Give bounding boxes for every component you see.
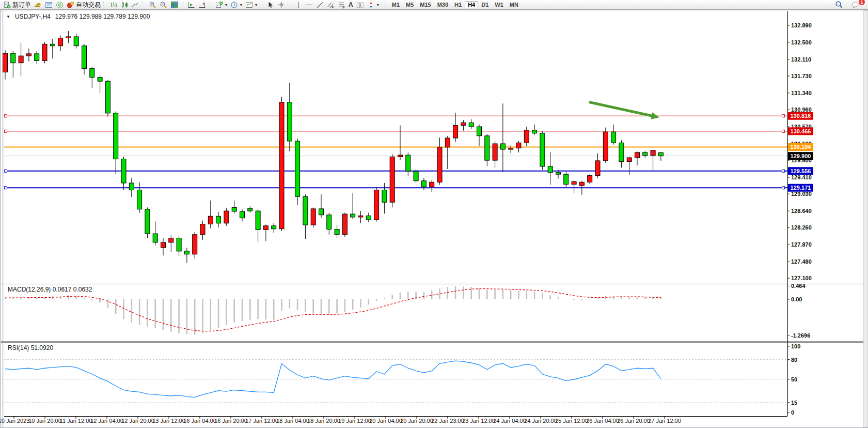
indicators-button[interactable]: ▾ bbox=[214, 1, 229, 9]
price-chart-canvas[interactable]: 132.890132.500132.110131.730131.340130.9… bbox=[0, 0, 868, 428]
candle bbox=[82, 46, 87, 69]
add-indicator-icon bbox=[215, 1, 223, 9]
timeframe-button-mn[interactable]: MN bbox=[507, 1, 522, 8]
candle bbox=[485, 136, 490, 160]
price-line-handle[interactable] bbox=[5, 115, 7, 117]
timeframe-button-h1[interactable]: H1 bbox=[451, 1, 465, 8]
time-tick-label: 12 Jan 04:00 bbox=[90, 418, 123, 424]
crosshair-tool-button[interactable] bbox=[276, 1, 287, 9]
chart-shift-button[interactable] bbox=[197, 1, 208, 9]
candle bbox=[279, 102, 284, 229]
svg-text:T: T bbox=[358, 3, 361, 8]
timeframe-button-d1[interactable]: D1 bbox=[478, 1, 492, 8]
price-line-handle[interactable] bbox=[782, 170, 785, 172]
rsi-tick-label: 15 bbox=[791, 400, 797, 406]
price-tick-label: 132.500 bbox=[791, 39, 812, 45]
candle bbox=[145, 209, 150, 234]
toolbar-grip[interactable] bbox=[181, 2, 184, 8]
toolbar-grip[interactable] bbox=[142, 2, 145, 8]
candle bbox=[643, 152, 648, 156]
time-tick-label: 26 Jan 04:00 bbox=[586, 418, 619, 424]
text-tool-button[interactable]: A bbox=[347, 1, 355, 9]
candlestick-icon bbox=[121, 1, 129, 9]
toolbar-grip[interactable] bbox=[288, 2, 291, 8]
candle bbox=[351, 214, 355, 217]
candle bbox=[58, 38, 63, 46]
chart-menu-arrow-icon[interactable]: ▼ bbox=[6, 14, 10, 19]
new-order-icon bbox=[3, 1, 11, 9]
timeframe-button-h4[interactable]: H4 bbox=[465, 1, 478, 8]
templates-button[interactable]: ▾ bbox=[244, 1, 259, 9]
candle bbox=[611, 132, 616, 143]
auto-trading-button[interactable]: 自动交易 bbox=[65, 1, 102, 9]
horizontal-line-tool-button[interactable] bbox=[304, 1, 314, 9]
time-tick-label: 24 Jan 04:00 bbox=[493, 418, 526, 424]
toolbar-grip[interactable] bbox=[209, 2, 212, 8]
bar-chart-icon bbox=[110, 1, 118, 9]
cursor-tool-button[interactable] bbox=[265, 1, 276, 9]
zoom-in-button[interactable] bbox=[147, 1, 158, 9]
candle bbox=[406, 155, 411, 171]
macd-tick-label: 0.464 bbox=[791, 283, 806, 289]
main-toolbar: 新订单 自动交易 bbox=[0, 0, 868, 10]
market-watch-button[interactable] bbox=[43, 1, 54, 9]
tile-windows-button[interactable] bbox=[169, 1, 180, 9]
candle bbox=[161, 242, 166, 248]
candle bbox=[445, 138, 450, 147]
price-line-handle[interactable] bbox=[782, 115, 785, 117]
candle bbox=[619, 143, 624, 161]
right-scrollbar[interactable] bbox=[864, 11, 868, 427]
new-order-button[interactable]: 新订单 bbox=[2, 1, 33, 9]
candle bbox=[50, 44, 55, 45]
search-button[interactable] bbox=[833, 1, 845, 9]
bar-chart-type-button[interactable] bbox=[108, 1, 119, 9]
trendline-icon bbox=[316, 1, 324, 9]
periods-button[interactable]: ▾ bbox=[229, 1, 244, 9]
toolbar-grip[interactable] bbox=[103, 2, 106, 8]
toolbar-grip[interactable] bbox=[260, 2, 263, 8]
candle bbox=[42, 44, 47, 60]
candlestick-chart-type-button[interactable] bbox=[119, 1, 130, 9]
price-line-handle[interactable] bbox=[782, 130, 785, 132]
template-icon bbox=[245, 1, 253, 9]
text-label-tool-button[interactable]: T bbox=[355, 1, 366, 9]
timeframe-button-m5[interactable]: M5 bbox=[403, 1, 417, 8]
fibonacci-tool-button[interactable]: F bbox=[336, 1, 347, 9]
line-chart-type-button[interactable] bbox=[130, 1, 141, 9]
time-tick-label: 18 Jan 20:00 bbox=[307, 418, 340, 424]
price-line-handle[interactable] bbox=[782, 187, 785, 189]
price-line-handle[interactable] bbox=[5, 170, 7, 172]
candle bbox=[90, 69, 94, 78]
candle bbox=[193, 235, 197, 254]
timeframe-button-w1[interactable]: W1 bbox=[492, 1, 507, 8]
dropdown-caret-icon: ▾ bbox=[377, 3, 379, 7]
price-tick-label: 127.870 bbox=[791, 241, 812, 248]
candle bbox=[493, 144, 497, 160]
trendline-tool-button[interactable] bbox=[314, 1, 325, 9]
timeframe-button-m1[interactable]: M1 bbox=[389, 1, 403, 8]
timeframe-button-m30[interactable]: M30 bbox=[434, 1, 451, 8]
price-line-handle[interactable] bbox=[5, 130, 7, 132]
chart-window-icon bbox=[45, 1, 53, 9]
arrows-tool-button[interactable]: ▾ bbox=[366, 1, 381, 9]
timeframe-button-m15[interactable]: M15 bbox=[417, 1, 434, 8]
fibonacci-icon: F bbox=[338, 1, 345, 9]
candle bbox=[579, 182, 584, 186]
price-line-badge-label: 130.466 bbox=[791, 128, 811, 134]
candle bbox=[430, 182, 434, 187]
channel-tool-button[interactable]: E bbox=[325, 1, 336, 9]
price-tick-label: 132.890 bbox=[791, 22, 812, 28]
price-line-handle[interactable] bbox=[5, 187, 7, 189]
candle bbox=[208, 216, 213, 224]
toolbar-grip[interactable] bbox=[382, 2, 385, 8]
price-line-badge-label: 129.900 bbox=[791, 153, 811, 159]
gold-chart-button[interactable] bbox=[33, 1, 43, 9]
auto-scroll-button[interactable] bbox=[186, 1, 197, 9]
cursor-icon bbox=[266, 1, 274, 9]
candle bbox=[437, 147, 442, 182]
support-button[interactable] bbox=[54, 1, 65, 9]
chart-window-background bbox=[0, 10, 868, 428]
vertical-line-tool-button[interactable] bbox=[293, 1, 304, 9]
zoom-out-button[interactable] bbox=[158, 1, 169, 9]
notifications-button[interactable]: 1 bbox=[850, 1, 861, 9]
